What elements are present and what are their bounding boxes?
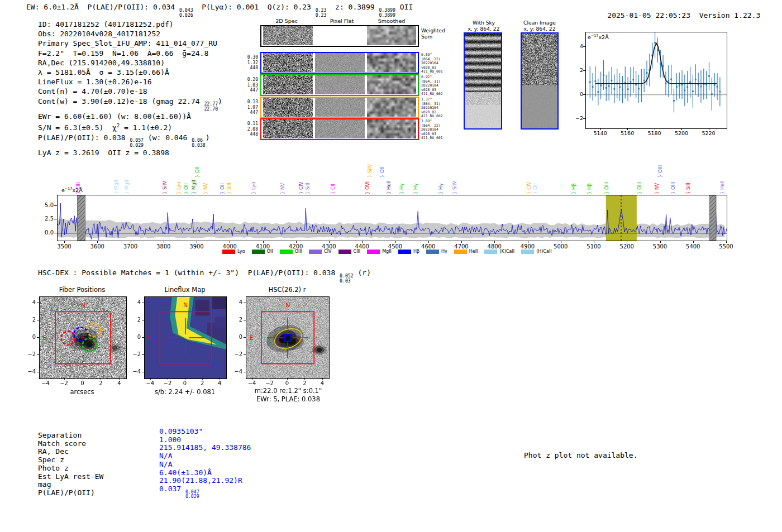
text-segment: P(LAE)/P(OII): 0.038 — [38, 133, 130, 142]
tick-mark — [64, 378, 65, 380]
spectrum-x-tick: 3500 — [57, 243, 71, 250]
spec2d-cell — [315, 119, 365, 138]
text-segment: 21.90(21.88,21.92)R — [159, 476, 242, 485]
text-segment: EW: 6.0±1.2Å P(LAE)/P(OII): 0.034 — [26, 3, 179, 11]
fiber-xlabel: arcsecs — [37, 388, 127, 396]
spectral-line-label: } Hβ — [571, 183, 576, 194]
tick-mark — [244, 354, 246, 355]
inset-x-tick: 5180 — [647, 130, 661, 136]
spectrum-y-tick: 5.0 — [37, 202, 54, 208]
spec2d-cell — [367, 53, 416, 72]
spectral-line-label: } OII — [194, 166, 200, 178]
spectral-line-label: } MgII — [124, 180, 130, 194]
hsc-xlabel1: m:22.0 re:1.2" s:0.1" — [244, 387, 333, 395]
lineflux-map-overlay: NE — [145, 297, 226, 378]
tick-mark — [54, 233, 57, 233]
match-table-labels: SeparationMatch scoreRA, DecSpec zPhoto … — [38, 432, 103, 497]
spectral-line-label: } SiII — [685, 183, 691, 194]
clean-coords: x, y: 864, 22 — [512, 26, 568, 32]
svg-text:N: N — [81, 301, 85, 309]
tick-mark — [119, 378, 120, 380]
match-row-value: N/A — [159, 452, 251, 461]
lineflux-xlabel: s/b: 2.24 +/- 0.081 — [140, 388, 230, 396]
text-segment: = 1.1(±0.2) — [120, 124, 172, 132]
inset-y-tick: 4 — [566, 43, 583, 49]
elixer-report: EW: 6.0±1.2Å P(LAE)/P(OII): 0.034 0.0430… — [0, 0, 782, 532]
thumb-y-tick: 4 — [126, 299, 141, 305]
hi-lo-uncertainty: 0.230.23 — [316, 8, 327, 18]
spectrum-x-tick: 3700 — [123, 243, 137, 250]
spectrum-legend: LyαOIIOIIICIVCIIIMgIIHβHγHeII(K)CaII(H)C… — [222, 249, 552, 254]
tick-mark — [244, 337, 246, 338]
fiber-positions-overlay: NE — [40, 297, 126, 378]
full-spectrum-plot — [57, 195, 727, 241]
info-line: P(LAE)/P(OII): 0.038 0.0570.029 (w: 0.04… — [38, 133, 222, 148]
tick-mark — [83, 378, 83, 380]
match-row-label: Photo z — [38, 464, 103, 473]
tick-mark — [37, 303, 39, 303]
match-row-value: 21.90(21.88,21.92)R — [159, 477, 251, 485]
text-segment: (w: 0.046 — [144, 133, 192, 142]
thumb-x-tick: 0 — [183, 380, 187, 386]
match-row-value: N/A — [159, 461, 251, 469]
thumb-y-tick: 0 — [21, 334, 36, 340]
legend-item: OIII — [280, 249, 302, 254]
spectrum-x-tick: 5400 — [686, 243, 700, 250]
info-line: S/N = 6.3(±0.5) χ2 = 1.1(±0.2) — [38, 121, 222, 133]
hsc-xlabel2: EWr: 5, PLAE: 0.038 — [244, 395, 333, 403]
spectral-line-label: } MgII — [191, 180, 197, 194]
thumb-y-tick: 2 — [126, 317, 141, 323]
spectral-line-label: } SiIV — [367, 164, 373, 178]
text-segment: Obs: 20220104v028_4017181252 — [38, 30, 160, 38]
spec2d-cell — [315, 75, 365, 94]
match-table-values: 0.0935103"1.000215.914185, 49.338786N/AN… — [159, 428, 251, 499]
inset-y-tick: −2 — [566, 115, 583, 121]
info-line: LyA z = 3.2619 OII z = 0.3898 — [38, 148, 222, 157]
tick-mark — [594, 241, 594, 243]
thumb-y-tick: −4 — [21, 368, 36, 375]
tick-mark — [561, 241, 561, 243]
spectral-line-label: } SiIV — [162, 181, 168, 194]
thumb-x-tick: 4 — [321, 380, 324, 386]
text-segment: P(Lyα): 0.001 Q(z): 0.23 — [193, 3, 316, 11]
fiber-weight-labels: 0.201.03447 — [235, 77, 258, 93]
tick-mark — [726, 241, 727, 243]
hsc-plot: NE — [246, 296, 330, 379]
thumb-x-tick: 0 — [80, 380, 84, 386]
fiber-id-labels: 1.37"(864, 31)20220104v028_02411_RU_002 — [421, 98, 442, 119]
col-header-smoothed: Smoothed — [364, 18, 419, 24]
spectral-line-label: } OIII — [670, 182, 676, 194]
inset-x-tick: 5160 — [621, 130, 634, 136]
clean-image — [522, 33, 557, 128]
text-segment: 1.000 — [159, 435, 181, 444]
spectral-line-label: } CII — [330, 184, 336, 194]
thumb-y-tick: −4 — [228, 368, 242, 375]
fiber-2d-row — [260, 74, 419, 96]
legend-swatch — [252, 250, 265, 254]
spec2d-cell — [263, 53, 313, 72]
tick-mark — [46, 378, 46, 380]
tick-mark — [64, 241, 65, 243]
info-line: λ = 5181.05Å σ = 3.15(±0.66)Å — [38, 68, 222, 77]
tick-mark — [395, 241, 396, 243]
legend-label: MgII — [382, 249, 392, 254]
text-segment: S/N = 6.3(±0.5) χ — [38, 124, 117, 132]
tick-mark — [168, 378, 168, 380]
clean-title: Clean Image — [512, 20, 568, 26]
spectral-line-label: } Hβ — [586, 183, 592, 194]
line-fit-plot — [585, 32, 727, 129]
clean-cutout — [521, 32, 559, 130]
legend-item: OII — [252, 249, 273, 254]
tick-mark — [461, 241, 462, 243]
spectral-line-label: } OIII — [637, 182, 642, 194]
spectrum-x-tick: 3800 — [156, 243, 170, 250]
spectral-line-label: } OIII — [657, 165, 663, 178]
tick-mark — [252, 378, 252, 380]
spectral-line-label: } CIII — [75, 182, 81, 194]
match-row-value: 6.40(±1.30)Å — [159, 469, 251, 477]
version-label: Version 1.22.3 — [699, 11, 761, 20]
text-segment: ID: 4017181252 (4017181252.pdf) — [38, 20, 174, 28]
legend-label: Hγ — [441, 249, 447, 254]
spectral-line-label: } NV — [203, 183, 208, 194]
weighted-sum-row — [260, 25, 419, 47]
